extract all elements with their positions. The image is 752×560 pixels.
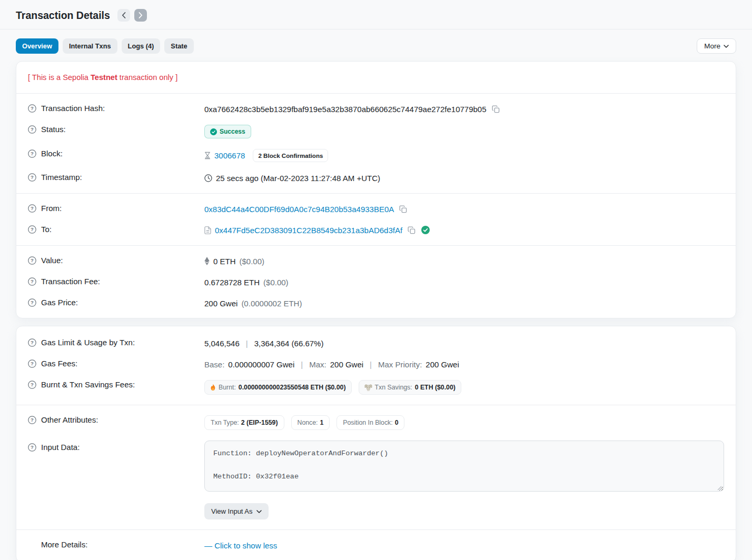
copy-icon[interactable]: [407, 226, 416, 235]
tab-bar: Overview Internal Txns Logs (4) State Mo…: [0, 29, 752, 54]
base-fee-value: 0.000000007 Gwei: [228, 360, 294, 369]
tab-state[interactable]: State: [164, 38, 193, 54]
eth-icon: [204, 257, 210, 265]
more-details-row: More Details: — Click to show less: [28, 535, 724, 558]
svg-text:?: ?: [31, 151, 34, 156]
help-icon[interactable]: ?: [28, 416, 36, 424]
divider: [16, 93, 736, 94]
show-less-link[interactable]: — Click to show less: [204, 541, 277, 550]
next-transaction-button[interactable]: [134, 9, 147, 22]
copy-icon[interactable]: [491, 105, 500, 114]
from-address-link[interactable]: 0x83dC44a4C00DFf69d0A0c7c94B20b53a4933BE…: [204, 205, 394, 214]
separator: |: [298, 360, 305, 369]
gas-price-eth: (0.0000002 ETH): [241, 299, 302, 308]
help-icon[interactable]: ?: [28, 104, 36, 113]
row-label-text: Gas Fees:: [41, 359, 77, 368]
tab-logs[interactable]: Logs (4): [122, 38, 161, 54]
separator: |: [243, 339, 251, 348]
help-icon[interactable]: ?: [28, 204, 36, 213]
fee-amount: 0.6728728 ETH: [204, 278, 260, 287]
separator: |: [367, 360, 374, 369]
row-label-text: Value:: [41, 256, 63, 265]
page-header: Transaction Details: [0, 0, 752, 29]
to-address-link[interactable]: 0x447Fd5eC2D383091C22B8549cb231a3bAD6d3f…: [215, 226, 402, 235]
max-fee-value: 200 Gwei: [330, 360, 363, 369]
svg-text:?: ?: [31, 226, 34, 232]
txn-savings-value: 0 ETH ($0.00): [415, 384, 456, 391]
divider: [16, 193, 736, 194]
row-label-text: Timestamp:: [41, 173, 82, 182]
help-icon[interactable]: ?: [28, 381, 36, 389]
transaction-hash-row: ? Transaction Hash: 0xa7662428c3b5eb1329…: [28, 98, 724, 119]
svg-text:?: ?: [31, 174, 34, 180]
svg-text:?: ?: [31, 382, 34, 387]
position-in-block-badge: Position In Block: 0: [337, 415, 404, 430]
transaction-hash-value: 0xa7662428c3b5eb1329fbaf919e5a32b3870ab6…: [204, 105, 487, 114]
svg-text:?: ?: [31, 278, 34, 284]
copy-icon[interactable]: [399, 205, 408, 214]
clock-icon: [204, 174, 212, 182]
value-row: ? Value: 0 ETH ($0.00): [28, 251, 724, 272]
value-amount: 0 ETH: [213, 257, 236, 266]
fee-usd: ($0.00): [263, 278, 289, 287]
view-input-as-button[interactable]: View Input As: [204, 503, 269, 519]
row-label-text: More Details:: [41, 540, 87, 549]
chevron-down-icon: [724, 45, 729, 48]
more-dropdown-button[interactable]: More: [697, 38, 736, 54]
to-row: ? To: 0x447Fd5eC2D383091C22B8549cb231a3b…: [28, 219, 724, 241]
burnt-label: Burnt:: [219, 384, 236, 391]
help-icon[interactable]: ?: [28, 256, 36, 265]
transaction-fee-row: ? Transaction Fee: 0.6728728 ETH ($0.00): [28, 272, 724, 293]
help-icon[interactable]: ?: [28, 443, 36, 452]
verified-check-icon: [421, 226, 430, 234]
row-label-text: Input Data:: [41, 443, 80, 452]
divider: [16, 529, 736, 530]
row-label-text: Transaction Hash:: [41, 104, 105, 113]
gas-limit-value: 5,046,546: [204, 339, 240, 348]
row-label-text: Block:: [41, 149, 63, 158]
status-row: ? Status: Success: [28, 119, 724, 144]
tab-overview[interactable]: Overview: [16, 38, 58, 54]
help-icon[interactable]: ?: [28, 298, 36, 307]
help-icon[interactable]: ?: [28, 173, 36, 182]
burnt-savings-row: ? Burnt & Txn Savings Fees: Burnt: 0.000…: [28, 375, 724, 400]
input-data-textarea[interactable]: Function: deployNewOperatorAndForwarder(…: [204, 441, 724, 492]
svg-text:?: ?: [31, 339, 34, 345]
block-row: ? Block: 3006678 2 Block Confirmations: [28, 144, 724, 167]
row-label-text: Status:: [41, 125, 66, 134]
gas-fees-row: ? Gas Fees: Base: 0.000000007 Gwei | Max…: [28, 354, 724, 375]
row-label-text: Transaction Fee:: [41, 277, 100, 286]
flame-icon: [210, 384, 216, 391]
nonce-badge: Nonce: 1: [291, 415, 330, 430]
gas-price-amount: 200 Gwei: [204, 299, 238, 308]
row-label-text: Gas Price:: [41, 298, 78, 307]
transaction-details-page: Transaction Details Overview Internal Tx…: [0, 0, 752, 560]
svg-text:?: ?: [31, 257, 34, 263]
help-icon[interactable]: ?: [28, 125, 36, 134]
status-badge: Success: [204, 125, 251, 138]
divider: [16, 245, 736, 246]
testnet-warning: [ This is a Sepolia Testnet transaction …: [28, 66, 724, 88]
input-data-row: ? Input Data: Function: deployNewOperato…: [28, 435, 724, 525]
timestamp-value: 25 secs ago (Mar-02-2023 11:27:48 AM +UT…: [216, 174, 380, 183]
svg-text:?: ?: [31, 417, 34, 423]
hourglass-icon: [204, 152, 211, 159]
svg-text:?: ?: [31, 205, 34, 211]
help-icon[interactable]: ?: [28, 225, 36, 234]
txn-type-badge: Txn Type: 2 (EIP-1559): [204, 415, 284, 430]
row-label-text: Other Attributes:: [41, 415, 98, 424]
chevron-left-icon: [122, 12, 126, 18]
check-circle-icon: [210, 128, 217, 135]
help-icon[interactable]: ?: [28, 277, 36, 286]
row-label-text: To:: [41, 225, 52, 234]
previous-transaction-button[interactable]: [117, 9, 130, 22]
burnt-value: 0.000000000023550548 ETH ($0.00): [239, 384, 346, 391]
max-priority-fee-label: Max Priority:: [378, 360, 422, 369]
block-number-link[interactable]: 3006678: [214, 151, 245, 160]
tab-internal-txns[interactable]: Internal Txns: [63, 38, 117, 54]
help-icon[interactable]: ?: [28, 149, 36, 158]
max-priority-fee-value: 200 Gwei: [426, 360, 459, 369]
svg-text:?: ?: [31, 105, 34, 111]
help-icon[interactable]: ?: [28, 359, 36, 368]
help-icon[interactable]: ?: [28, 338, 36, 347]
